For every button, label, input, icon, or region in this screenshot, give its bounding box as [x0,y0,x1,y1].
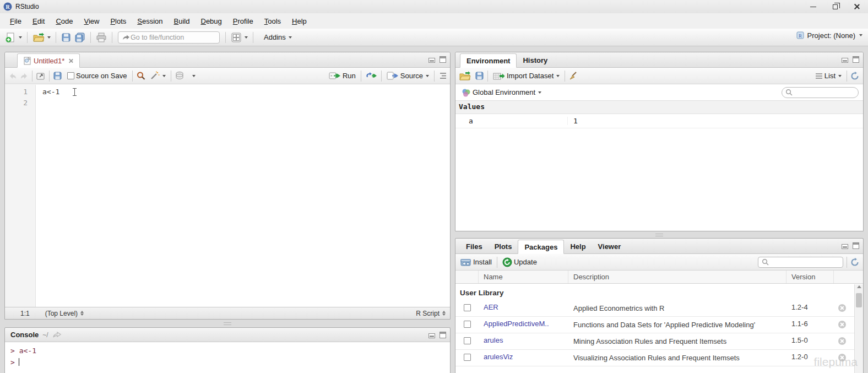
goto-file-input[interactable] [131,34,208,41]
pane-maximize-icon[interactable] [853,242,859,249]
addins-button[interactable]: Addins [262,32,294,42]
package-name-link[interactable]: arules [479,336,568,344]
menu-session[interactable]: Session [132,15,168,28]
pane-minimize-icon[interactable] [428,333,435,338]
environment-search-input[interactable] [782,87,859,98]
menu-edit[interactable]: Edit [27,15,50,28]
pane-maximize-icon[interactable] [853,56,859,63]
code-editor[interactable]: 1 2 a<-1 [5,85,450,307]
restore-button[interactable] [824,0,846,13]
tab-viewer[interactable]: Viewer [592,239,627,253]
env-display-mode-button[interactable]: List [813,71,843,81]
compile-report-icon[interactable] [175,71,185,80]
clear-workspace-broom-icon[interactable] [568,71,578,80]
remove-package-icon[interactable] [838,337,846,345]
tab-close-icon[interactable] [68,58,73,63]
pane-minimize-icon[interactable] [842,244,848,249]
package-row[interactable]: AER Applied Econometrics with R 1.2-4 [455,300,854,317]
tab-help[interactable]: Help [564,239,592,253]
column-header-description[interactable]: Description [568,271,786,283]
open-file-caret-icon[interactable] [47,36,51,39]
package-row[interactable]: arulesViz Visualizing Association Rules … [455,350,854,366]
panes-caret-icon[interactable] [245,36,248,39]
load-workspace-icon[interactable] [459,71,471,81]
tab-environment[interactable]: Environment [460,53,517,68]
workspace-panes-button[interactable] [229,31,249,44]
package-checkbox[interactable] [464,354,471,361]
tab-untitled1[interactable]: Untitled1* [17,53,80,68]
project-selector[interactable]: R Project: (None) [796,31,862,40]
new-file-button[interactable] [3,31,24,44]
menu-debug[interactable]: Debug [196,15,227,28]
install-button[interactable]: Install [459,257,493,268]
refresh-icon[interactable] [850,258,860,267]
pane-maximize-icon[interactable] [440,332,446,338]
import-dataset-button[interactable]: Import Dataset [491,71,561,82]
column-header-name[interactable]: Name [479,271,568,283]
update-button[interactable]: Update [501,256,539,268]
package-row[interactable]: arules Mining Association Rules and Freq… [455,333,854,350]
save-workspace-icon[interactable] [475,71,484,80]
menu-plots[interactable]: Plots [105,15,132,28]
menu-file[interactable]: File [4,15,27,28]
rerun-icon[interactable] [365,72,378,80]
scrollbar-thumb[interactable] [856,293,862,307]
pane-minimize-icon[interactable] [428,58,435,63]
find-replace-icon[interactable] [136,71,146,80]
package-row[interactable]: AppliedPredictiveM.. Functions and Data … [455,317,854,333]
file-type-selector[interactable]: R Script [416,310,446,317]
source-on-save-toggle[interactable]: Source on Save [66,71,129,81]
forward-icon[interactable] [20,72,29,80]
save-all-button[interactable] [73,31,87,44]
remove-package-icon[interactable] [838,321,846,328]
remove-package-icon[interactable] [838,304,846,312]
menu-help[interactable]: Help [286,15,312,28]
pane-maximize-icon[interactable] [440,56,446,63]
new-file-caret-icon[interactable] [19,36,22,39]
packages-search-input[interactable] [758,257,843,268]
package-name-link[interactable]: AER [479,303,568,311]
scope-selector[interactable]: (Top Level) [45,310,84,317]
source-on-save-checkbox[interactable] [67,72,74,79]
tab-history[interactable]: History [517,53,554,67]
package-name-link[interactable]: AppliedPredictiveM.. [479,320,568,328]
back-icon[interactable] [8,72,17,80]
menu-tools[interactable]: Tools [259,15,286,28]
console-output[interactable]: > a<-1 > [5,342,450,368]
goto-file-search[interactable] [118,31,220,44]
environment-object-row[interactable]: a 1 [455,114,863,128]
refresh-icon[interactable] [850,72,860,80]
vertical-splitter-grip[interactable] [655,234,663,236]
tab-packages[interactable]: Packages [518,240,564,254]
menu-profile[interactable]: Profile [227,15,259,28]
source-button[interactable]: Source [385,71,431,81]
editor-extra-caret-icon[interactable] [192,75,196,77]
document-outline-icon[interactable] [438,72,447,79]
minimize-button[interactable] [802,0,824,13]
tab-files[interactable]: Files [460,239,489,253]
menu-build[interactable]: Build [169,15,196,28]
column-header-version[interactable]: Version [786,271,834,283]
package-checkbox[interactable] [464,304,471,311]
horizontal-splitter-grip[interactable] [224,322,231,325]
pane-minimize-icon[interactable] [842,58,848,63]
run-button[interactable]: Run [327,71,357,81]
global-environment-selector[interactable]: Global Environment [460,87,543,98]
code-area[interactable]: a<-1 [36,85,450,307]
package-checkbox[interactable] [464,321,471,328]
save-button[interactable] [59,31,73,44]
open-file-button[interactable] [31,31,52,44]
tab-plots[interactable]: Plots [489,239,518,253]
code-tools-button[interactable] [148,70,167,82]
scroll-up-icon[interactable] [857,285,861,288]
print-button[interactable] [94,31,109,44]
close-button[interactable] [846,0,868,13]
menu-code[interactable]: Code [50,15,78,28]
open-in-new-window-icon[interactable] [36,72,46,80]
console-cursor [19,358,20,366]
menu-view[interactable]: View [78,15,105,28]
package-checkbox[interactable] [464,337,471,344]
save-source-icon[interactable] [53,71,62,80]
view-working-dir-icon[interactable] [52,331,62,338]
package-name-link[interactable]: arulesViz [479,353,568,361]
